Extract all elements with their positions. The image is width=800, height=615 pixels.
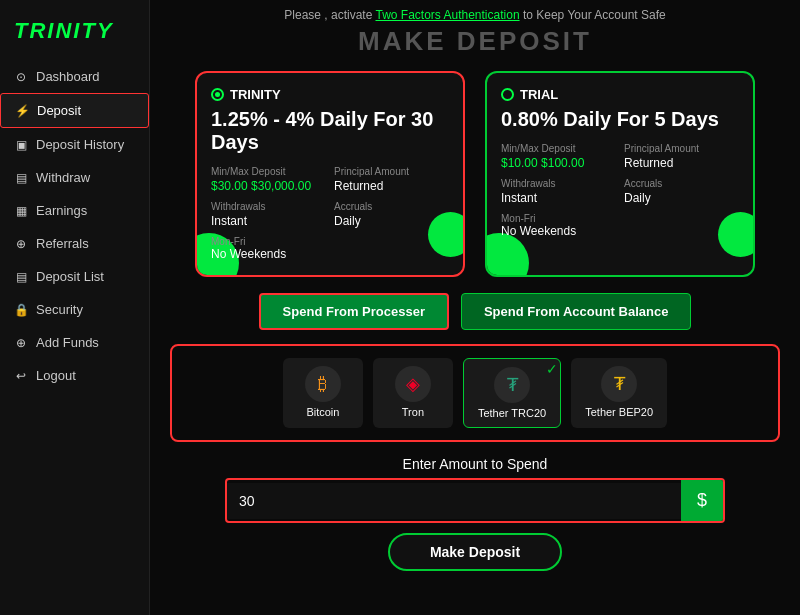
sidebar-label-logout: Logout [36, 368, 76, 383]
plan-name-trinity: TRINITY [230, 87, 281, 102]
main-content: Please , activate Two Factors Authentica… [150, 0, 800, 615]
withdrawals-label-trinity: Withdrawals [211, 201, 326, 212]
tron-icon: ◈ [395, 366, 431, 402]
accruals-value-trial: Daily [624, 191, 739, 205]
topbar: Please , activate Two Factors Authentica… [170, 8, 780, 22]
deposit-icon: ⚡ [15, 104, 29, 118]
sidebar-item-add-funds[interactable]: ⊕ Add Funds [0, 326, 149, 359]
schedule-value-trinity: No Weekends [211, 247, 449, 261]
plan-name-trial: TRIAL [520, 87, 558, 102]
sidebar-item-dashboard[interactable]: ⊙ Dashboard [0, 60, 149, 93]
payment-option-tron[interactable]: ◈ Tron [373, 358, 453, 428]
bitcoin-icon: ₿ [305, 366, 341, 402]
principal-value-trinity: Returned [334, 179, 449, 193]
topbar-text: Please , activate [284, 8, 375, 22]
sidebar-item-logout[interactable]: ↩ Logout [0, 359, 149, 392]
deposit-button-row: Make Deposit [170, 533, 780, 571]
plan-cards: TRINITY 1.25% - 4% Daily For 30 Days Min… [170, 71, 780, 277]
plan-schedule-trinity: Mon-Fri No Weekends [211, 236, 449, 261]
schedule-label-trinity: Mon-Fri [211, 236, 449, 247]
add-funds-icon: ⊕ [14, 336, 28, 350]
sidebar-item-deposit-history[interactable]: ▣ Deposit History [0, 128, 149, 161]
plan-rate-trinity: 1.25% - 4% Daily For 30 Days [211, 108, 449, 154]
min-deposit-label-trial: Min/Max Deposit [501, 143, 616, 154]
payment-label-tron: Tron [402, 406, 424, 418]
sidebar-label-add-funds: Add Funds [36, 335, 99, 350]
sidebar-item-deposit[interactable]: ⚡ Deposit [0, 93, 149, 128]
min-deposit-value-trial: $10.00 $100.00 [501, 156, 616, 170]
plan-header-trinity: TRINITY [211, 87, 449, 102]
sidebar-label-deposit-history: Deposit History [36, 137, 124, 152]
plan-schedule-trial: Mon-Fri No Weekends [501, 213, 739, 238]
sidebar-item-earnings[interactable]: ▦ Earnings [0, 194, 149, 227]
two-factor-link[interactable]: Two Factors Authentication [375, 8, 519, 22]
payment-option-tether-bep20[interactable]: ₮ Tether BEP20 [571, 358, 667, 428]
payment-option-tether-trc20[interactable]: ✓ ₮ Tether TRC20 [463, 358, 561, 428]
schedule-label-trial: Mon-Fri [501, 213, 739, 224]
plan-details-trial: Min/Max Deposit $10.00 $100.00 Principal… [501, 143, 739, 205]
sidebar-item-referrals[interactable]: ⊕ Referrals [0, 227, 149, 260]
sidebar-label-security: Security [36, 302, 83, 317]
security-icon: 🔒 [14, 303, 28, 317]
accruals-label-trial: Accruals [624, 178, 739, 189]
tether-bep20-icon: ₮ [601, 366, 637, 402]
amount-label: Enter Amount to Spend [170, 456, 780, 472]
principal-value-trial: Returned [624, 156, 739, 170]
payment-label-tether-trc20: Tether TRC20 [478, 407, 546, 419]
withdrawals-label-trial: Withdrawals [501, 178, 616, 189]
referrals-icon: ⊕ [14, 237, 28, 251]
plan-radio-trinity [211, 88, 224, 101]
sidebar-label-deposit-list: Deposit List [36, 269, 104, 284]
sidebar-label-dashboard: Dashboard [36, 69, 100, 84]
principal-label-trinity: Principal Amount [334, 166, 449, 177]
sidebar-label-deposit: Deposit [37, 103, 81, 118]
amount-input[interactable] [227, 483, 681, 519]
payment-option-bitcoin[interactable]: ₿ Bitcoin [283, 358, 363, 428]
amount-section: Enter Amount to Spend $ [170, 456, 780, 523]
min-deposit-value-trinity: $30.00 $30,000.00 [211, 179, 326, 193]
payment-label-tether-bep20: Tether BEP20 [585, 406, 653, 418]
sidebar-label-earnings: Earnings [36, 203, 87, 218]
plan-radio-trial [501, 88, 514, 101]
make-deposit-button[interactable]: Make Deposit [388, 533, 562, 571]
deposit-list-icon: ▤ [14, 270, 28, 284]
sidebar-item-deposit-list[interactable]: ▤ Deposit List [0, 260, 149, 293]
amount-input-row: $ [225, 478, 725, 523]
min-deposit-label-trinity: Min/Max Deposit [211, 166, 326, 177]
earnings-icon: ▦ [14, 204, 28, 218]
spend-from-processor-button[interactable]: Spend From Processer [259, 293, 449, 330]
withdrawals-value-trinity: Instant [211, 214, 326, 228]
logout-icon: ↩ [14, 369, 28, 383]
principal-label-trial: Principal Amount [624, 143, 739, 154]
sidebar-item-security[interactable]: 🔒 Security [0, 293, 149, 326]
app-logo: TRINITY [0, 10, 149, 60]
plan-rate-trial: 0.80% Daily For 5 Days [501, 108, 739, 131]
accruals-value-trinity: Daily [334, 214, 449, 228]
tether-trc20-icon: ₮ [494, 367, 530, 403]
payment-label-bitcoin: Bitcoin [306, 406, 339, 418]
sidebar-label-referrals: Referrals [36, 236, 89, 251]
plan-card-trial[interactable]: TRIAL 0.80% Daily For 5 Days Min/Max Dep… [485, 71, 755, 277]
dashboard-icon: ⊙ [14, 70, 28, 84]
plan-card-trinity[interactable]: TRINITY 1.25% - 4% Daily For 30 Days Min… [195, 71, 465, 277]
sidebar-label-withdraw: Withdraw [36, 170, 90, 185]
selected-check-icon: ✓ [546, 361, 558, 377]
deposit-history-icon: ▣ [14, 138, 28, 152]
withdraw-icon: ▤ [14, 171, 28, 185]
withdrawals-value-trial: Instant [501, 191, 616, 205]
plan-details-trinity: Min/Max Deposit $30.00 $30,000.00 Princi… [211, 166, 449, 228]
payment-methods-section: ₿ Bitcoin ◈ Tron ✓ ₮ Tether TRC20 ₮ Teth… [170, 344, 780, 442]
spend-from-balance-button[interactable]: Spend From Account Balance [461, 293, 691, 330]
spend-buttons-row: Spend From Processer Spend From Account … [170, 293, 780, 330]
sidebar: TRINITY ⊙ Dashboard ⚡ Deposit ▣ Deposit … [0, 0, 150, 615]
page-title: MAKE DEPOSIT [170, 26, 780, 57]
amount-dollar-button[interactable]: $ [681, 480, 723, 521]
sidebar-item-withdraw[interactable]: ▤ Withdraw [0, 161, 149, 194]
accruals-label-trinity: Accruals [334, 201, 449, 212]
schedule-value-trial: No Weekends [501, 224, 739, 238]
topbar-text2: to Keep Your Account Safe [520, 8, 666, 22]
plan-header-trial: TRIAL [501, 87, 739, 102]
